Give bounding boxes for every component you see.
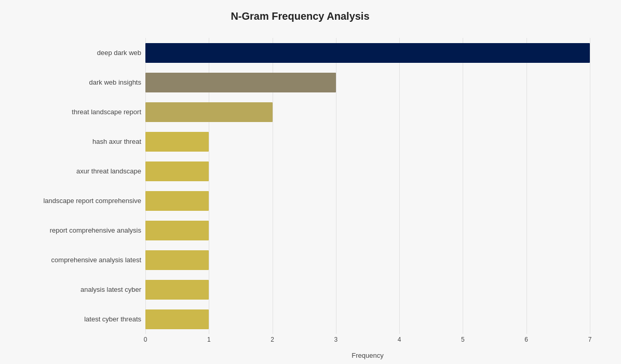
- x-axis: 01234567 Frequency: [145, 334, 590, 359]
- y-label: threat landscape report: [10, 97, 141, 127]
- x-tick: 7: [588, 336, 592, 343]
- bar: [145, 73, 336, 92]
- bar: [145, 102, 273, 122]
- bar: [145, 43, 590, 63]
- x-tick: 4: [398, 336, 401, 343]
- bar: [145, 132, 209, 152]
- x-tick: 3: [334, 336, 338, 343]
- bar-row: [145, 280, 590, 300]
- bar-row: [145, 73, 590, 92]
- bars-section: deep dark webdark web insightsthreat lan…: [10, 38, 590, 334]
- bar-row: [145, 250, 590, 270]
- bar-row: [145, 102, 590, 122]
- bar: [145, 280, 209, 300]
- bar-row: [145, 161, 590, 181]
- x-axis-label: Frequency: [145, 352, 590, 359]
- x-ticks: 01234567: [145, 336, 590, 346]
- bars-and-grid: [145, 38, 590, 334]
- x-tick: 2: [271, 336, 274, 343]
- y-label: analysis latest cyber: [10, 275, 141, 304]
- bar: [145, 221, 209, 240]
- chart-container: N-Gram Frequency Analysis deep dark webd…: [0, 0, 621, 364]
- x-tick: 5: [461, 336, 465, 343]
- chart-title: N-Gram Frequency Analysis: [10, 10, 590, 22]
- y-label: landscape report comprehensive: [10, 186, 141, 215]
- chart-area: deep dark webdark web insightsthreat lan…: [10, 38, 590, 308]
- y-label: axur threat landscape: [10, 156, 141, 186]
- y-label: deep dark web: [10, 38, 141, 68]
- y-label: latest cyber threats: [10, 304, 141, 334]
- y-label: report comprehensive analysis: [10, 215, 141, 245]
- y-label: hash axur threat: [10, 127, 141, 156]
- bar-row: [145, 191, 590, 211]
- bar: [145, 309, 209, 329]
- y-label: dark web insights: [10, 68, 141, 97]
- bar-row: [145, 132, 590, 152]
- y-label: comprehensive analysis latest: [10, 245, 141, 275]
- bar-row: [145, 221, 590, 240]
- bar: [145, 250, 209, 270]
- bar-row: [145, 43, 590, 63]
- x-tick: 0: [144, 336, 147, 343]
- y-labels: deep dark webdark web insightsthreat lan…: [10, 38, 145, 334]
- x-tick: 6: [524, 336, 528, 343]
- bar-row: [145, 309, 590, 329]
- bar: [145, 161, 209, 181]
- bar: [145, 191, 209, 211]
- x-tick: 1: [207, 336, 211, 343]
- grid-line: [590, 38, 590, 334]
